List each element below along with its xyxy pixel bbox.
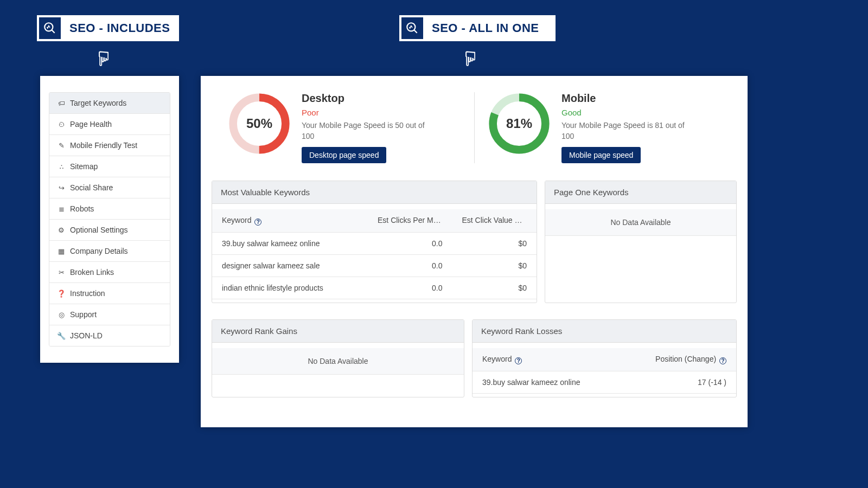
sidebar-item-label: Target Keywords [70,99,126,107]
pointer-down-icon: ☟ [464,48,476,70]
losses-col-position: Position (Change) ? [631,348,736,371]
svg-point-0 [44,23,53,31]
mobile-title: Mobile [561,92,692,105]
mobile-desc: Your Mobile Page Speed is 81 out of 100 [561,120,692,142]
sidebar-item-label: Page Health [70,120,112,129]
seo-logo-icon [39,17,61,39]
edit-icon: ✎ [57,141,66,150]
desktop-speed-gauge: 50% [228,92,291,155]
banner-seo-all-in-one: SEO - ALL IN ONE [399,15,556,41]
svg-point-1 [407,23,415,31]
table-row: indian ethnic lifestyle products0.0$0 [212,277,537,299]
page-one-keywords-panel: Page One Keywords No Data Available [545,181,737,303]
sidebar-item-label: Robots [70,204,94,213]
cell-keyword: 39.buy salwar kameez online [473,371,631,394]
life-ring-icon: ◎ [57,310,66,319]
cell-value: $0 [452,233,537,255]
no-data-message: No Data Available [545,209,736,236]
pointer-down-icon: ☟ [98,48,110,70]
panel-title: Keyword Rank Gains [212,320,464,343]
panel-title: Page One Keywords [545,181,736,204]
table-row: 39.buy salwar kameez online0.0$0 [212,233,537,255]
keyword-rank-losses-panel: Keyword Rank Losses Keyword ? Position (… [472,319,737,397]
sidebar-panel: 🏷Target Keywords⏲Page Health✎Mobile Frie… [40,76,179,363]
sidebar-list: 🏷Target Keywords⏲Page Health✎Mobile Frie… [49,92,170,346]
sidebar-item-broken-links[interactable]: ✂Broken Links [49,262,170,283]
sidebar-item-label: JSON-LD [70,331,103,340]
panel-title: Keyword Rank Losses [473,320,736,343]
desktop-title: Desktop [302,92,432,105]
sidebar-item-mobile-friendly-test[interactable]: ✎Mobile Friendly Test [49,135,170,156]
cell-value: $0 [452,277,537,299]
mvk-col-clicks: Est Clicks Per Mo ? [368,209,452,233]
banner-right-text: SEO - ALL IN ONE [432,21,539,35]
sidebar-item-sitemap[interactable]: ⛬Sitemap [49,156,170,177]
sidebar-item-label: Social Share [70,183,113,192]
page-speed-row: 50% Desktop Poor Your Mobile Page Speed … [212,92,737,163]
desktop-status: Poor [302,108,432,117]
sitemap-icon: ⛬ [57,162,66,171]
mobile-status: Good [561,108,692,117]
cell-clicks: 0.0 [368,233,452,255]
help-icon[interactable]: ? [515,357,522,364]
sidebar-item-support[interactable]: ◎Support [49,304,170,325]
share-icon: ↪ [57,183,66,192]
sidebar-item-label: Optional Settings [70,226,128,234]
desktop-speed-percent: 50% [228,92,291,155]
sidebar-item-label: Company Details [70,247,128,255]
main-panel: 50% Desktop Poor Your Mobile Page Speed … [201,76,748,427]
gear-icon: ⚙ [57,226,66,234]
sidebar-item-label: Sitemap [70,162,98,171]
mobile-speed-block: 81% Mobile Good Your Mobile Page Speed i… [474,92,737,163]
cell-keyword: 39.buy salwar kameez online [212,233,368,255]
mobile-speed-percent: 81% [488,92,551,155]
cell-position: 17 (-14 ) [631,371,736,394]
sidebar-item-target-keywords[interactable]: 🏷Target Keywords [49,93,170,114]
sidebar-item-instruction[interactable]: ❓Instruction [49,283,170,304]
sidebar-item-robots[interactable]: ≣Robots [49,198,170,220]
cell-clicks: 0.0 [368,255,452,277]
desktop-desc: Your Mobile Page Speed is 50 out of 100 [302,120,432,142]
help-icon[interactable]: ? [254,219,261,226]
cell-clicks: 0.0 [368,277,452,299]
list-icon: ≣ [57,204,66,213]
panel-title: Most Valuable Keywords [212,181,537,204]
sidebar-item-label: Mobile Friendly Test [70,141,137,150]
desktop-speed-block: 50% Desktop Poor Your Mobile Page Speed … [212,92,474,163]
losses-table: Keyword ? Position (Change) ? 39.buy sal… [473,348,736,394]
sidebar-item-optional-settings[interactable]: ⚙Optional Settings [49,220,170,241]
sidebar-item-label: Support [70,310,97,319]
desktop-page-speed-button[interactable]: Desktop page speed [302,147,386,163]
mvk-col-keyword: Keyword ? [212,209,368,233]
sidebar-item-label: Broken Links [70,268,114,277]
help-icon: ❓ [57,289,66,298]
banner-left-text: SEO - INCLUDES [69,21,170,35]
wrench-icon: 🔧 [57,331,66,340]
mobile-speed-gauge: 81% [488,92,551,155]
help-icon[interactable]: ? [719,357,726,364]
cell-keyword: indian ethnic lifestyle products [212,277,368,299]
sidebar-item-json-ld[interactable]: 🔧JSON-LD [49,325,170,346]
sidebar-item-page-health[interactable]: ⏲Page Health [49,114,170,135]
table-row: 39.buy salwar kameez online17 (-14 ) [473,371,736,394]
mvk-col-value: Est Click Value Per Mo ? [452,209,537,233]
most-valuable-keywords-panel: Most Valuable Keywords Keyword ? Est Cli… [212,181,537,303]
help-icon[interactable]: ? [441,219,448,226]
calendar-icon: ▦ [57,247,66,255]
page-root: SEO - INCLUDES ☟ SEO - ALL IN ONE ☟ 🏷Tar… [0,0,868,488]
seo-logo-icon [401,17,423,39]
losses-col-keyword: Keyword ? [473,348,631,371]
sidebar-item-company-details[interactable]: ▦Company Details [49,241,170,262]
table-row: designer salwar kameez sale0.0$0 [212,255,537,277]
no-data-message: No Data Available [212,348,464,375]
keyword-rank-gains-panel: Keyword Rank Gains No Data Available [212,319,464,397]
unlink-icon: ✂ [57,268,66,277]
banner-seo-includes: SEO - INCLUDES [37,15,179,41]
cell-value: $0 [452,255,537,277]
speed-icon: ⏲ [57,120,66,129]
tag-icon: 🏷 [57,99,66,107]
sidebar-item-label: Instruction [70,289,105,298]
sidebar-item-social-share[interactable]: ↪Social Share [49,177,170,198]
mobile-page-speed-button[interactable]: Mobile page speed [561,147,641,163]
mvk-table: Keyword ? Est Clicks Per Mo ? Est Click … [212,209,537,299]
